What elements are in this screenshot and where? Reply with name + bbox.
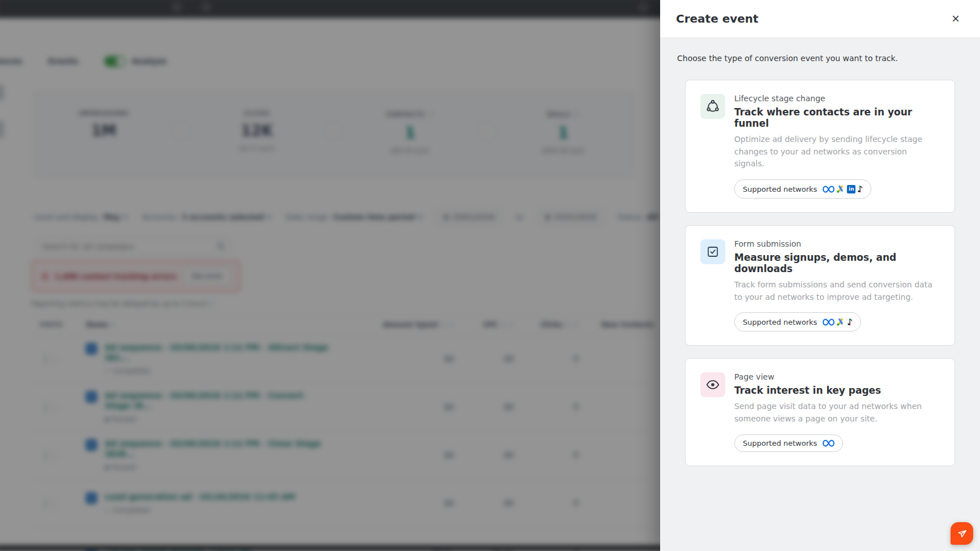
card-description: Optimize ad delivery by sending lifecycl… [734,134,939,170]
send-icon [956,528,968,539]
meta-icon [823,186,835,193]
meta-icon [823,440,835,447]
event-type-card-page-view[interactable]: Page view Track interest in key pages Se… [685,358,955,466]
card-heading: Measure signups, demos, and downloads [734,252,940,274]
panel-body: Choose the type of conversion event you … [660,38,980,551]
card-heading: Track where contacts are in your funnel [734,106,940,129]
create-event-panel: Create event × Choose the type of conver… [660,0,980,551]
panel-subtitle: Choose the type of conversion event you … [677,54,963,63]
supported-networks-badge: Supported networks in ♪ [734,179,871,199]
google-ads-icon [836,317,845,326]
card-description: Send page visit data to your ad networks… [734,401,939,425]
lifecycle-icon [700,94,725,119]
meta-icon [823,318,835,326]
supported-networks-badge: Supported networks [734,434,843,452]
google-ads-icon [836,184,845,193]
close-icon: × [952,12,960,25]
tiktok-icon: ♪ [857,184,863,194]
event-type-card-form-submission[interactable]: Form submission Measure signups, demos, … [685,225,955,346]
eye-icon [700,372,725,397]
card-description: Track form submissions and send conversi… [734,279,939,303]
card-label: Page view [734,372,939,381]
card-label: Lifecycle stage change [734,94,940,103]
panel-title: Create event [676,12,759,25]
tiktok-icon: ♪ [847,317,853,327]
checkbox-icon [700,239,725,264]
linkedin-icon: in [847,185,855,193]
supported-networks-badge: Supported networks ♪ [734,312,861,332]
panel-header: Create event × [660,0,980,38]
close-button[interactable]: × [947,10,964,27]
event-type-card-lifecycle[interactable]: Lifecycle stage change Track where conta… [685,80,955,213]
card-heading: Track interest in key pages [734,385,939,396]
chat-launcher-button[interactable] [951,522,973,545]
card-label: Form submission [734,239,940,248]
